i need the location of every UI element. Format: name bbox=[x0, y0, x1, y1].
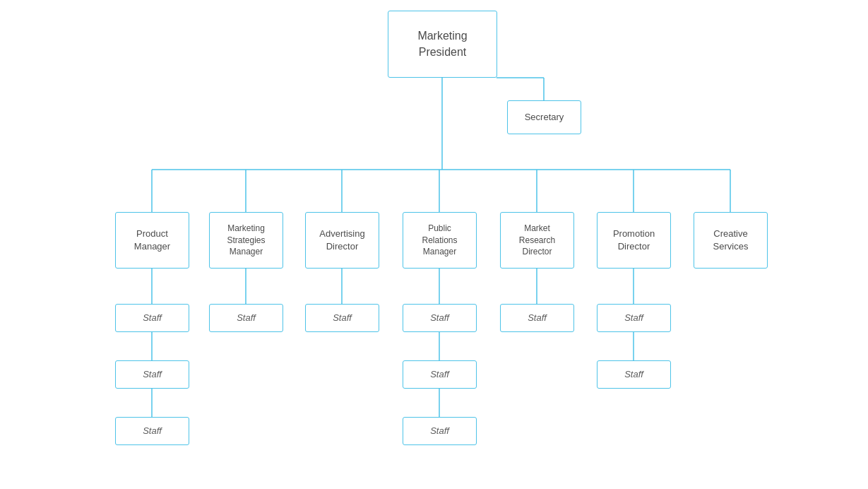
node-ad-staff1: Staff bbox=[305, 304, 379, 332]
node-product-manager: Product Manager bbox=[115, 212, 189, 269]
node-marketing-strategies: Marketing Strategies Manager bbox=[209, 212, 283, 269]
node-advertising-director: Advertising Director bbox=[305, 212, 379, 269]
node-pr-staff2: Staff bbox=[403, 360, 477, 389]
node-secretary: Secretary bbox=[507, 100, 581, 134]
node-pm-staff3: Staff bbox=[115, 417, 189, 445]
node-ms-staff1: Staff bbox=[209, 304, 283, 332]
node-market-research: Market Research Director bbox=[500, 212, 574, 269]
node-public-relations: Public Relations Manager bbox=[403, 212, 477, 269]
node-pm-staff2: Staff bbox=[115, 360, 189, 389]
node-pd-staff1: Staff bbox=[597, 304, 671, 332]
node-pd-staff2: Staff bbox=[597, 360, 671, 389]
node-pr-staff3: Staff bbox=[403, 417, 477, 445]
node-pr-staff1: Staff bbox=[403, 304, 477, 332]
org-chart: Marketing President Secretary Product Ma… bbox=[0, 0, 868, 489]
node-marketing-president: Marketing President bbox=[388, 11, 497, 78]
node-promotion-director: Promotion Director bbox=[597, 212, 671, 269]
node-mr-staff1: Staff bbox=[500, 304, 574, 332]
node-pm-staff1: Staff bbox=[115, 304, 189, 332]
node-creative-services: Creative Services bbox=[694, 212, 768, 269]
